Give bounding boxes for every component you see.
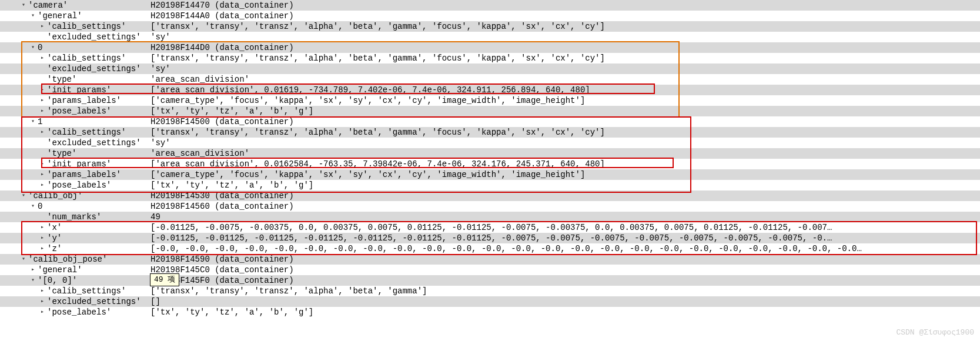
tree-value: H20198F14530 (data_container) [150,190,294,201]
tree-row[interactable]: ▾'calib_obj'H20198F14530 (data_container… [0,190,980,201]
tree-key: 'init_params' [47,85,150,95]
tree-value: 'area_scan_division' [150,148,249,159]
collapse-icon[interactable]: ▾ [28,201,38,212]
expand-icon[interactable]: ▸ [38,106,47,116]
tree-value: ['camera_type', 'focus', 'kappa', 'sx', … [150,95,585,106]
tree-key: 'init_params' [47,159,150,169]
tree-value: H20198F144A0 (data_container) [150,11,294,21]
tree-key: 'calib_settings' [47,127,150,138]
tree-key: 'general' [38,11,150,21]
tree-key: 'pose_labels' [47,307,150,317]
expand-icon[interactable]: ▸ [38,127,47,138]
tree-row[interactable]: 'excluded_settings''sy' [0,63,980,74]
tree-row[interactable]: 'type''area_scan_division' [0,74,980,85]
tree-row[interactable]: 'excluded_settings''sy' [0,138,980,148]
expand-icon[interactable]: ▸ [38,95,47,106]
tree-value: ['transx', 'transy', 'transz', 'alpha', … [150,286,427,296]
tree-row[interactable]: 'excluded_settings''sy' [0,32,980,42]
tree-key: 'params_labels' [47,169,150,180]
tree-row[interactable]: ▸'pose_labels'['tx', 'ty', 'tz', 'a', 'b… [0,307,980,317]
tree-value: 49 [150,212,160,222]
tree-value: [-0.0, -0.0, -0.0, -0.0, -0.0, -0.0, -0.… [150,243,862,254]
collapse-icon[interactable]: ▾ [28,116,38,127]
expand-icon[interactable]: ▸ [38,233,47,243]
expand-icon[interactable]: ▸ [38,159,47,169]
tree-row[interactable]: 'type''area_scan_division' [0,148,980,159]
tree-value: ['area_scan_division', 0.0162584, -763.3… [150,159,605,169]
tree-value: 'area_scan_division' [150,74,249,85]
tree-key: 'type' [47,148,150,159]
tree-key: '[0, 0]' [38,275,150,286]
tree-row[interactable]: 'num_marks'49 [0,212,980,222]
expand-icon[interactable]: ▸ [38,296,47,307]
expand-icon[interactable]: ▸ [28,265,38,275]
expand-icon[interactable]: ▸ [38,222,47,233]
tree-row[interactable]: ▾'[0, 0]'H20198F145F0 (data_container) [0,275,980,286]
tree-row[interactable]: ▾0H20198F144D0 (data_container) [0,42,980,53]
tree-key: 'camera' [28,0,150,11]
collapse-icon[interactable]: ▾ [28,11,38,21]
tree-value: ['camera_type', 'focus', 'kappa', 'sx', … [150,169,585,180]
tree-row[interactable]: ▸'params_labels'['camera_type', 'focus',… [0,95,980,106]
tree-value: H20198F14590 (data_container) [150,254,294,265]
tree-row[interactable]: ▾'general'H20198F144A0 (data_container) [0,11,980,21]
expand-icon[interactable]: ▸ [38,169,47,180]
collapse-icon[interactable]: ▾ [19,0,28,11]
tree-key: 'calib_settings' [47,21,150,32]
tree-row[interactable]: ▸'pose_labels'['tx', 'ty', 'tz', 'a', 'b… [0,106,980,116]
tree-row[interactable]: ▸'calib_settings'['transx', 'transy', 't… [0,21,980,32]
tree-value: H20198F14560 (data_container) [150,201,294,212]
collapse-icon[interactable]: ▾ [28,275,38,286]
tree-key: 'excluded_settings' [47,296,150,307]
expand-icon[interactable]: ▸ [38,85,47,95]
tree-row[interactable]: ▸'y'[-0.01125, -0.01125, -0.01125, -0.01… [0,233,980,243]
tree-key: 'num_marks' [47,212,150,222]
tree-row[interactable]: ▾'calib_obj_pose'H20198F14590 (data_cont… [0,254,980,265]
tree-value: 'sy' [150,32,170,42]
collapse-icon[interactable]: ▾ [19,254,28,265]
tree-key: 'general' [38,265,150,275]
expand-icon[interactable]: ▸ [38,286,47,296]
tree-value: H20198F14500 (data_container) [150,116,294,127]
expand-icon[interactable]: ▸ [38,243,47,254]
expand-icon[interactable]: ▸ [38,180,47,190]
tree-row[interactable]: ▸'calib_settings'['transx', 'transy', 't… [0,127,980,138]
tree-key: 1 [38,116,150,127]
tree-key: 0 [38,201,150,212]
tree-value: 'sy' [150,138,170,148]
tree-value: H20198F144D0 (data_container) [150,42,294,53]
collapse-icon[interactable]: ▾ [28,42,38,53]
collapse-icon[interactable]: ▾ [19,190,28,201]
tree-key: 'type' [47,74,150,85]
expand-icon[interactable]: ▸ [38,21,47,32]
tree-value: 'sy' [150,63,170,74]
tree-row[interactable]: ▸'x'[-0.01125, -0.0075, -0.00375, 0.0, 0… [0,222,980,233]
tree-row[interactable]: ▾'camera'H20198F14470 (data_container) [0,0,980,11]
tree-key: 'calib_settings' [47,286,150,296]
tree-view[interactable]: ▾'camera'H20198F14470 (data_container)▾'… [0,0,980,317]
tree-row[interactable]: ▸'pose_labels'['tx', 'ty', 'tz', 'a', 'b… [0,180,980,190]
tree-row[interactable]: ▸'init_params'['area_scan_division', 0.0… [0,85,980,95]
tree-row[interactable]: ▸'general'H20198F145C0 (data_container) [0,265,980,275]
tree-row[interactable]: ▸'z'[-0.0, -0.0, -0.0, -0.0, -0.0, -0.0,… [0,243,980,254]
expand-icon[interactable]: ▸ [38,53,47,63]
tree-row[interactable]: ▸'init_params'['area_scan_division', 0.0… [0,159,980,169]
tree-key: 'pose_labels' [47,106,150,116]
tree-value: ['tx', 'ty', 'tz', 'a', 'b', 'g'] [150,180,313,190]
tree-key: 'x' [47,222,150,233]
tree-row[interactable]: ▸'excluded_settings'[] [0,296,980,307]
tree-value: ['transx', 'transy', 'transz', 'alpha', … [150,53,605,63]
tooltip: 49 项 [150,273,179,286]
tree-value: ['area_scan_division', 0.01619, -734.789… [150,85,590,95]
tree-key: 'calib_settings' [47,53,150,63]
tree-row[interactable]: ▸'params_labels'['camera_type', 'focus',… [0,169,980,180]
expand-icon[interactable]: ▸ [38,307,47,317]
tree-row[interactable]: ▾1H20198F14500 (data_container) [0,116,980,127]
tree-row[interactable]: ▸'calib_settings'['transx', 'transy', 't… [0,286,980,296]
tree-key: 'calib_obj_pose' [28,254,150,265]
tree-row[interactable]: ▾0H20198F14560 (data_container) [0,201,980,212]
watermark: CSDN @Σίσυφος1900 [896,327,974,338]
tree-key: 'z' [47,243,150,254]
tree-key: 'y' [47,233,150,243]
tree-row[interactable]: ▸'calib_settings'['transx', 'transy', 't… [0,53,980,63]
